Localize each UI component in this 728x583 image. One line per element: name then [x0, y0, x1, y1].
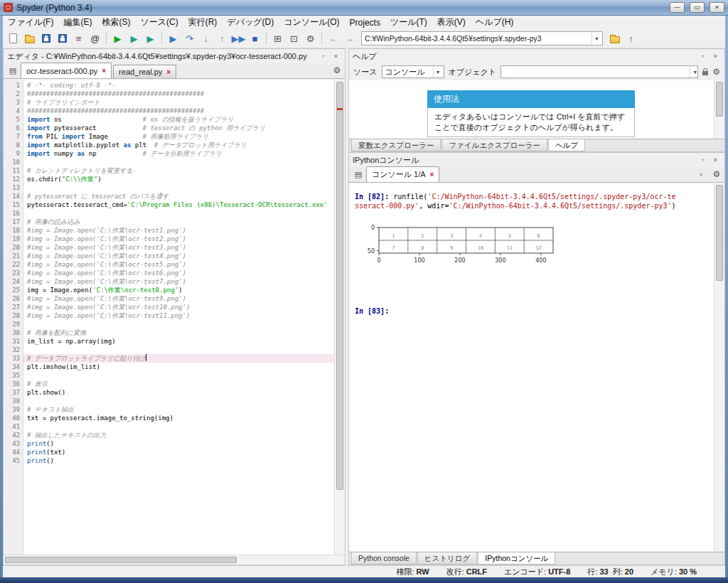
undock-pane-icon[interactable]: ▫: [697, 51, 708, 61]
code-line[interactable]: import numpy as np # データ分析用ライブラリ: [27, 149, 334, 158]
tab-close-icon[interactable]: ×: [166, 68, 171, 76]
code-line[interactable]: [27, 397, 334, 405]
help-object-combobox[interactable]: ▼: [500, 65, 698, 78]
code-line[interactable]: # 表示: [27, 380, 334, 388]
close-pane-icon[interactable]: ×: [331, 51, 341, 61]
code-line[interactable]: print(txt): [27, 448, 334, 456]
code-line[interactable]: # テキスト抽出: [27, 405, 334, 414]
help-dock-tab[interactable]: 変数エクスプローラー: [351, 139, 441, 151]
menu-item[interactable]: コンソール(O): [279, 16, 344, 29]
editor-code-area[interactable]: # -*- coding: utf-8 -*-#################…: [23, 80, 334, 555]
forward-button[interactable]: →: [341, 31, 358, 47]
working-directory-combobox[interactable]: C:¥WinPython-64bit-3.4.4.6Qt5¥settings¥.…: [361, 31, 603, 46]
code-line[interactable]: pytesseract.tesseract_cmd='C:\Program Fi…: [27, 200, 334, 209]
menu-item[interactable]: ソース(C): [135, 16, 183, 29]
step-into-button[interactable]: ↓: [198, 31, 214, 47]
save-all-button[interactable]: [54, 31, 70, 47]
help-source-combobox[interactable]: コンソール ▼: [382, 65, 444, 78]
editor-horizontal-scrollbar[interactable]: [4, 555, 345, 565]
code-line[interactable]: #img = Image.open('C:\作業\ocr-test5.png'): [27, 260, 334, 269]
code-line[interactable]: #img = Image.open('C:\作業\ocr-test2.png'): [27, 235, 334, 243]
editor-options-gear-icon[interactable]: ⚙: [331, 64, 343, 77]
menu-item[interactable]: 検索(S): [97, 16, 135, 29]
console-prompt-line[interactable]: In [83]:: [355, 306, 713, 316]
code-line[interactable]: #img = Image.open('C:\作業\ocr-test9.png'): [27, 294, 334, 303]
code-line[interactable]: #img = Image.open('C:\作業\ocr-test1.png'): [27, 226, 334, 235]
debug-button[interactable]: ▶: [165, 31, 181, 47]
symbol-finder-button[interactable]: @: [87, 31, 103, 47]
console-dock-tab[interactable]: ヒストリログ: [417, 552, 477, 565]
run-button[interactable]: ▶: [109, 31, 126, 47]
code-line[interactable]: # -*- coding: utf-8 -*-: [27, 81, 334, 90]
editor-tab[interactable]: read_real.py×: [113, 65, 176, 78]
code-line[interactable]: [27, 346, 334, 354]
open-file-button[interactable]: [21, 31, 38, 47]
tab-close-icon[interactable]: ×: [430, 171, 434, 178]
code-line[interactable]: ########################################…: [27, 90, 334, 98]
editor-hscroll-thumb[interactable]: [5, 557, 237, 563]
code-line[interactable]: [27, 320, 334, 328]
code-line[interactable]: [27, 422, 334, 431]
code-line[interactable]: txt = pytesseract.image_to_string(img): [27, 414, 334, 422]
console-options-gear-icon[interactable]: ⚙: [710, 168, 723, 181]
menu-item[interactable]: 編集(E): [58, 16, 97, 29]
code-line[interactable]: [27, 158, 334, 166]
new-file-button[interactable]: [5, 31, 21, 47]
code-line[interactable]: plt.imshow(im_list): [27, 363, 334, 371]
console-tab[interactable]: コンソール 1/A ×: [366, 166, 439, 182]
interrupt-kernel-icon[interactable]: ▫: [695, 168, 707, 181]
code-line[interactable]: # カレントディレクトリを変更する: [27, 166, 334, 175]
code-line[interactable]: img = Image.open('C:\作業\ocr-test8.png'): [27, 286, 334, 294]
run-cell-button[interactable]: ▶: [126, 31, 142, 47]
code-line[interactable]: ########################################…: [27, 107, 334, 115]
code-line[interactable]: # 画像を配列に変換: [27, 328, 334, 337]
code-line[interactable]: print(): [27, 439, 334, 448]
help-vscroll-thumb[interactable]: [716, 82, 723, 117]
continue-button[interactable]: ▶▶: [230, 31, 247, 47]
combobox-dropdown-icon[interactable]: ▼: [690, 66, 697, 77]
code-line[interactable]: im_list = np.array(img): [27, 337, 334, 346]
back-button[interactable]: ←: [325, 31, 341, 47]
code-line[interactable]: import pytesseract # tesseract の python …: [27, 124, 334, 132]
code-line[interactable]: plt.show(): [27, 388, 334, 397]
code-line[interactable]: import os # os の情報を扱うライブラリ: [27, 115, 334, 124]
combobox-dropdown-icon[interactable]: ▼: [433, 66, 441, 77]
close-button[interactable]: ×: [710, 2, 724, 13]
parent-directory-button[interactable]: ↑: [623, 31, 639, 47]
close-pane-icon[interactable]: ×: [710, 51, 721, 61]
editor-vscroll-thumb[interactable]: [336, 82, 343, 490]
console-list-icon[interactable]: ▤: [352, 168, 365, 181]
step-button[interactable]: ↷: [181, 31, 198, 47]
browse-tabs-button[interactable]: ▤: [6, 64, 19, 77]
code-line[interactable]: print(): [27, 456, 334, 465]
close-pane-icon[interactable]: ×: [710, 155, 721, 165]
menu-item[interactable]: ヘルプ(H): [471, 16, 519, 29]
menu-item[interactable]: 実行(R): [183, 16, 223, 29]
menu-item[interactable]: ファイル(F): [3, 16, 58, 29]
code-line[interactable]: import matplotlib.pyplot as plt # データプロッ…: [27, 141, 334, 149]
help-vertical-scrollbar[interactable]: [714, 80, 724, 139]
console-vscroll-thumb[interactable]: [716, 185, 723, 281]
menu-item[interactable]: ツール(T): [385, 16, 432, 29]
menu-item[interactable]: デバッグ(D): [222, 16, 279, 29]
code-line[interactable]: #img = Image.open('C:\作業\ocr-test6.png'): [27, 269, 334, 277]
code-line[interactable]: [27, 371, 334, 380]
code-line[interactable]: #img = Image.open('C:\作業\ocr-test4.png'): [27, 252, 334, 260]
fullscreen-button[interactable]: ⊡: [286, 31, 302, 47]
code-line[interactable]: os.chdir("C:\\作業"): [27, 175, 334, 183]
code-line[interactable]: # データプロットライブラリに貼り付け: [23, 354, 334, 363]
code-line[interactable]: # 抽出したテキストの出力: [27, 431, 334, 439]
help-options-gear-icon[interactable]: ⚙: [712, 67, 720, 77]
code-line[interactable]: # 画像の読み込み: [27, 218, 334, 226]
minimize-button[interactable]: —: [670, 2, 685, 13]
editor-tab[interactable]: ocr-tesseract-000.py×: [21, 63, 112, 78]
code-line[interactable]: #img = Image.open('C:\作業\ocr-test3.png'): [27, 243, 334, 252]
save-file-button[interactable]: [38, 31, 54, 47]
code-line[interactable]: #img = Image.open('C:\作業\ocr-test7.png'): [27, 277, 334, 286]
help-dock-tab[interactable]: ヘルプ: [548, 139, 585, 151]
undock-pane-icon[interactable]: ▫: [697, 155, 708, 165]
menu-item[interactable]: 表示(V): [432, 16, 471, 29]
stop-button[interactable]: ■: [247, 31, 263, 47]
console-vertical-scrollbar[interactable]: [714, 183, 724, 552]
combobox-dropdown-icon[interactable]: ▼: [592, 32, 599, 45]
